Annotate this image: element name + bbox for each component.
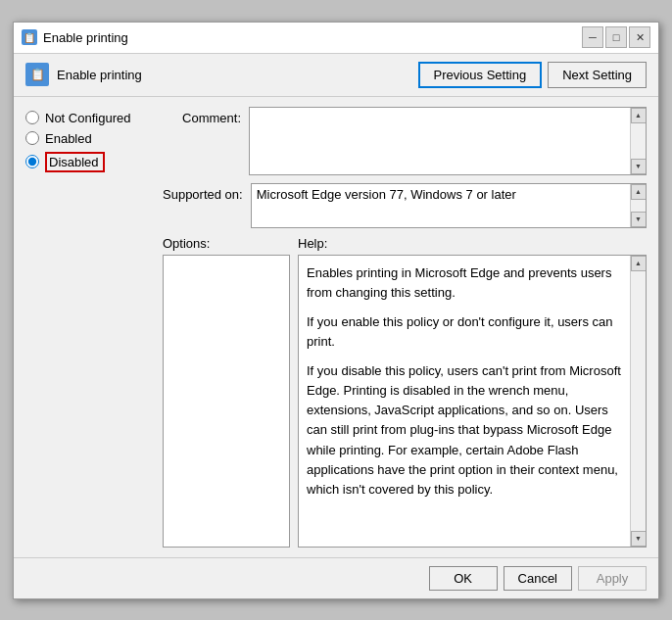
radio-not-configured[interactable]: Not Configured <box>25 111 153 125</box>
close-button[interactable]: ✕ <box>629 26 650 48</box>
help-box: Enables printing in Microsoft Edge and p… <box>298 255 647 548</box>
supported-box: Microsoft Edge version 77, Windows 7 or … <box>251 183 647 228</box>
comment-scrollbar: ▲ ▼ <box>630 108 646 174</box>
radio-input-disabled[interactable] <box>25 155 39 168</box>
title-controls: ─ □ ✕ <box>582 26 650 48</box>
supported-row: Supported on: Microsoft Edge version 77,… <box>163 183 647 228</box>
supported-scroll-down[interactable]: ▼ <box>631 212 647 227</box>
radio-input-enabled[interactable] <box>25 131 39 145</box>
supported-value: Microsoft Edge version 77, Windows 7 or … <box>252 184 630 227</box>
header-buttons: Previous Setting Next Setting <box>418 62 648 88</box>
right-panel: Comment: ▲ ▼ Supported on: Microsoft Edg… <box>163 107 647 548</box>
options-box <box>163 255 290 548</box>
radio-label-not-configured: Not Configured <box>45 111 130 125</box>
title-bar-left: 📋 Enable printing <box>22 29 128 45</box>
comment-textarea[interactable] <box>250 108 630 168</box>
radio-label-disabled: Disabled <box>49 155 99 169</box>
help-scrollbar: ▲ ▼ <box>630 256 646 547</box>
radio-enabled[interactable]: Enabled <box>25 131 153 146</box>
supported-scroll-up[interactable]: ▲ <box>631 184 647 200</box>
supported-scrollbar: ▲ ▼ <box>630 184 646 227</box>
disabled-label-box: Disabled <box>45 152 105 172</box>
help-section: Help: Enables printing in Microsoft Edge… <box>298 236 647 548</box>
radio-label-enabled: Enabled <box>45 131 92 146</box>
help-scroll-up[interactable]: ▲ <box>631 256 647 271</box>
help-label: Help: <box>298 236 647 251</box>
options-section: Options: <box>163 236 290 548</box>
minimize-button[interactable]: ─ <box>582 26 603 48</box>
header-bar: 📋 Enable printing Previous Setting Next … <box>14 54 658 97</box>
comment-scroll-up[interactable]: ▲ <box>631 108 647 123</box>
previous-setting-button[interactable]: Previous Setting <box>418 62 543 88</box>
help-para-3: If you disable this policy, users can't … <box>307 361 622 500</box>
apply-button[interactable]: Apply <box>578 566 647 591</box>
header-title-area: 📋 Enable printing <box>25 63 142 86</box>
next-setting-button[interactable]: Next Setting <box>548 62 647 88</box>
help-para-2: If you enable this policy or don't confi… <box>307 312 622 352</box>
main-window: 📋 Enable printing ─ □ ✕ 📋 Enable printin… <box>13 22 659 599</box>
supported-label: Supported on: <box>163 183 243 202</box>
radio-group: Not Configured Enabled Disabled <box>25 111 153 172</box>
bottom-bar: OK Cancel Apply <box>14 557 658 598</box>
maximize-button[interactable]: □ <box>605 26 627 48</box>
help-text-area: Enables printing in Microsoft Edge and p… <box>299 256 630 547</box>
header-title-text: Enable printing <box>57 68 142 82</box>
radio-input-not-configured[interactable] <box>25 111 39 124</box>
help-scroll-down[interactable]: ▼ <box>631 531 647 547</box>
window-icon: 📋 <box>22 29 37 45</box>
options-label: Options: <box>163 236 290 251</box>
header-icon: 📋 <box>25 63 49 86</box>
comment-scroll-down[interactable]: ▼ <box>631 159 647 174</box>
cancel-button[interactable]: Cancel <box>504 566 572 591</box>
main-content: Not Configured Enabled Disabled <box>14 97 658 557</box>
comment-box: ▲ ▼ <box>249 107 647 175</box>
title-bar: 📋 Enable printing ─ □ ✕ <box>14 23 658 54</box>
options-help-row: Options: Help: Enables printing in Micro… <box>163 236 647 548</box>
comment-row: Comment: ▲ ▼ <box>163 107 647 175</box>
left-panel: Not Configured Enabled Disabled <box>25 107 153 548</box>
window-title: Enable printing <box>43 30 128 45</box>
comment-label: Comment: <box>163 107 241 125</box>
help-para-1: Enables printing in Microsoft Edge and p… <box>307 263 622 303</box>
radio-disabled[interactable]: Disabled <box>25 152 153 172</box>
ok-button[interactable]: OK <box>429 566 498 591</box>
help-content: Enables printing in Microsoft Edge and p… <box>307 263 622 501</box>
